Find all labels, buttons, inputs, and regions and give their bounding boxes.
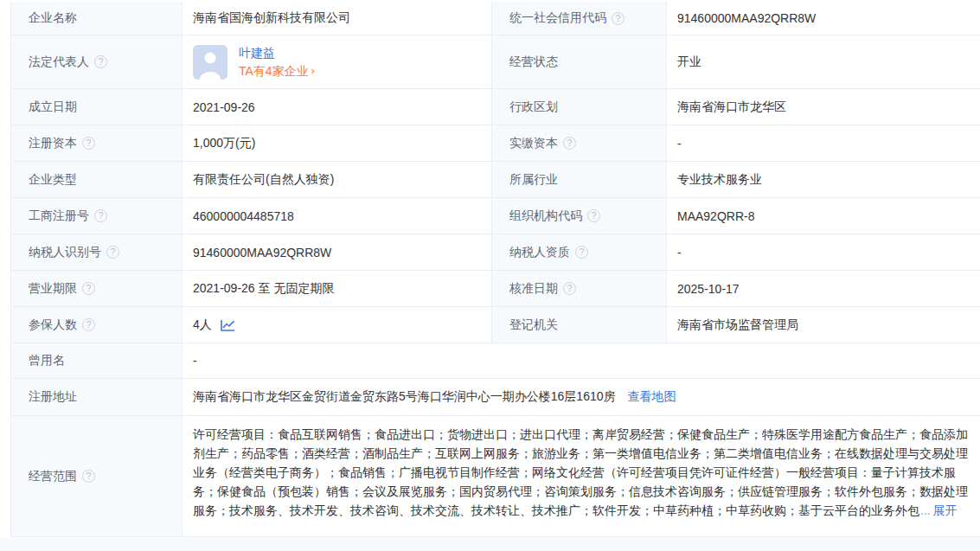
reg-number-value: 460000004485718 [193, 209, 294, 223]
company-name-value-cell: 海南省国海创新科技有限公司 [183, 2, 492, 35]
company-type-label: 企业类型 [29, 172, 77, 188]
establish-date-label: 成立日期 [29, 99, 77, 115]
reg-capital-value: 1,000万(元) [193, 136, 255, 151]
credit-code-label-cell: 统一社会信用代码 ? [492, 2, 667, 35]
registration-authority-label: 登记机关 [509, 317, 558, 333]
business-term-label: 营业期限 [29, 281, 77, 297]
help-icon[interactable]: ? [82, 318, 95, 331]
table-row: 营业期限 ? 2021-09-26 至 无固定期限 核准日期 ? 2025-10… [11, 271, 979, 307]
reg-number-label: 工商注册号 [29, 208, 89, 224]
table-row: 企业类型 有限责任公司(自然人独资) 所属行业 专业技术服务业 [11, 162, 979, 198]
credit-code-value: 91460000MAA92QRR8W [677, 11, 816, 25]
org-code-label-cell: 组织机构代码 ? [492, 198, 667, 234]
business-term-value-cell: 2021-09-26 至 无固定期限 [183, 271, 492, 307]
business-scope-label-cell: 经营范围 ? [11, 416, 183, 537]
chevron-right-icon: › [311, 63, 315, 79]
company-type-label-cell: 企业类型 [11, 162, 183, 198]
table-row: 曾用名 - [11, 343, 979, 379]
related-companies-text: TA有4家企业 [239, 63, 309, 79]
approval-date-value: 2025-10-17 [677, 282, 740, 296]
reg-address-value-cell: 海南省海口市龙华区金贸街道金贸东路5号海口华润中心一期办公楼16层1610房 查… [183, 379, 980, 416]
org-code-label: 组织机构代码 [509, 208, 582, 224]
page-background-strip [0, 538, 980, 551]
business-scope-text: 许可经营项目：食品互联网销售；食品进出口；货物进出口；进出口代理；离岸贸易经营；… [193, 427, 968, 517]
related-companies-link[interactable]: TA有4家企业› [239, 63, 315, 79]
insured-count-label-cell: 参保人数 ? [11, 307, 183, 343]
help-icon[interactable]: ? [575, 246, 588, 259]
taxpayer-qualification-value-cell: - [667, 234, 980, 271]
company-type-value: 有限责任公司(自然人独资) [193, 172, 334, 188]
credit-code-value-cell: 91460000MAA92QRR8W [667, 2, 980, 35]
table-row: 纳税人识别号 ? 91460000MAA92QRR8W 纳税人资质 ? - [11, 234, 979, 271]
person-silhouette-icon [193, 45, 227, 80]
table-row: 企业名称 海南省国海创新科技有限公司 统一社会信用代码 ? 91460000MA… [11, 2, 979, 35]
former-name-value: - [193, 354, 197, 368]
insured-count-value-cell: 4人 [183, 307, 492, 343]
legal-rep-label-cell: 法定代表人 ? [11, 35, 183, 89]
legal-rep-links: 叶建益 TA有4家企业› [239, 45, 315, 79]
reg-address-label-cell: 注册地址 [11, 379, 183, 416]
org-code-value-cell: MAA92QRR-8 [667, 198, 980, 234]
taxpayer-qualification-label: 纳税人资质 [509, 245, 570, 260]
former-name-value-cell: - [183, 343, 980, 379]
former-name-label-cell: 曾用名 [11, 343, 183, 379]
establish-date-value-cell: 2021-09-26 [183, 89, 492, 125]
company-name-label-cell: 企业名称 [11, 2, 183, 35]
reg-number-value-cell: 460000004485718 [183, 198, 492, 234]
approval-date-value-cell: 2025-10-17 [667, 271, 980, 307]
admin-division-label-cell: 行政区划 [492, 89, 667, 125]
help-icon[interactable]: ? [563, 282, 576, 295]
insured-trend-chart-icon[interactable] [221, 319, 235, 331]
help-icon[interactable]: ? [94, 209, 107, 222]
help-icon[interactable]: ? [82, 470, 95, 483]
admin-division-value: 海南省海口市龙华区 [677, 99, 786, 115]
view-map-link[interactable]: 查看地图 [628, 389, 676, 405]
status-value-cell: 开业 [667, 35, 980, 89]
business-term-label-cell: 营业期限 ? [11, 271, 183, 307]
help-icon[interactable]: ? [612, 12, 625, 25]
help-icon[interactable]: ? [587, 209, 600, 222]
registration-authority-value: 海南省市场监督管理局 [677, 317, 798, 333]
taxpayer-id-value-cell: 91460000MAA92QRR8W [183, 234, 492, 271]
truncation-ellipsis: ... [920, 503, 931, 517]
taxpayer-id-value: 91460000MAA92QRR8W [193, 246, 331, 259]
industry-value: 专业技术服务业 [677, 172, 762, 188]
insured-count-label: 参保人数 [29, 317, 77, 333]
legal-rep-label: 法定代表人 [29, 54, 89, 70]
company-type-value-cell: 有限责任公司(自然人独资) [183, 162, 492, 198]
table-row: 法定代表人 ? 叶建益 TA有4家企业› 经营状态 开业 [11, 35, 979, 89]
help-icon[interactable]: ? [94, 55, 107, 68]
paid-capital-label: 实缴资本 [509, 136, 558, 151]
table-row: 参保人数 ? 4人 登记机关 海南省市场监督管理局 [11, 307, 979, 343]
org-code-value: MAA92QRR-8 [677, 209, 754, 223]
taxpayer-id-label-cell: 纳税人识别号 ? [11, 234, 183, 271]
former-name-label: 曾用名 [29, 353, 65, 368]
registration-authority-value-cell: 海南省市场监督管理局 [667, 307, 980, 343]
expand-link[interactable]: 展开 [933, 503, 958, 517]
industry-label-cell: 所属行业 [492, 162, 667, 198]
status-label: 经营状态 [509, 54, 558, 70]
reg-capital-label-cell: 注册资本 ? [11, 125, 183, 162]
legal-rep-avatar[interactable] [193, 45, 227, 80]
credit-code-label: 统一社会信用代码 [509, 10, 606, 26]
table-row: 注册资本 ? 1,000万(元) 实缴资本 ? - [11, 125, 979, 162]
taxpayer-qualification-value: - [677, 246, 682, 259]
table-row: 工商注册号 ? 460000004485718 组织机构代码 ? MAA92QR… [11, 198, 979, 234]
help-icon[interactable]: ? [563, 137, 576, 150]
reg-capital-value-cell: 1,000万(元) [183, 125, 492, 162]
business-term-value: 2021-09-26 至 无固定期限 [193, 281, 334, 297]
help-icon[interactable]: ? [82, 137, 95, 150]
approval-date-label: 核准日期 [509, 281, 558, 297]
business-scope-label: 经营范围 [29, 469, 77, 484]
registration-authority-label-cell: 登记机关 [492, 307, 667, 343]
table-row: 注册地址 海南省海口市龙华区金贸街道金贸东路5号海口华润中心一期办公楼16层16… [11, 379, 979, 416]
approval-date-label-cell: 核准日期 ? [492, 271, 667, 307]
taxpayer-qualification-label-cell: 纳税人资质 ? [492, 234, 667, 271]
establish-date-value: 2021-09-26 [193, 100, 255, 114]
help-icon[interactable]: ? [106, 246, 119, 259]
insured-count-value: 4人 [193, 317, 212, 333]
reg-address-label: 注册地址 [29, 389, 77, 405]
industry-label: 所属行业 [509, 172, 558, 188]
legal-rep-name-link[interactable]: 叶建益 [239, 45, 315, 61]
help-icon[interactable]: ? [82, 282, 95, 295]
